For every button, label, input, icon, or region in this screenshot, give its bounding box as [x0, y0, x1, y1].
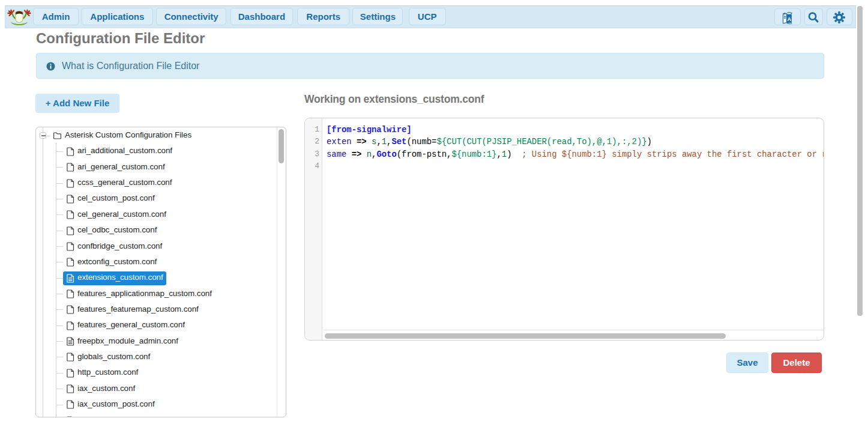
svg-text:A: A: [787, 16, 791, 22]
